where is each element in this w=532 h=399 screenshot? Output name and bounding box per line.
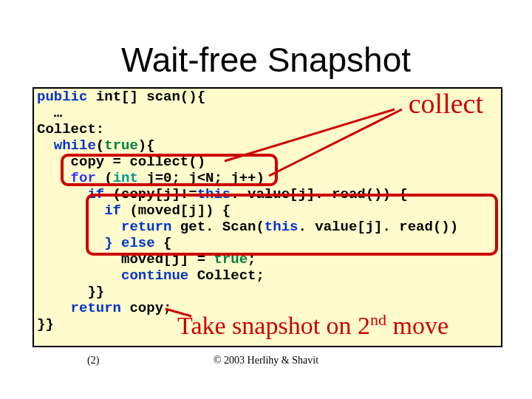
callout-collect: collect bbox=[409, 87, 483, 120]
kw-public: public bbox=[37, 89, 87, 105]
code-box: public int[] scan(){ … Collect: while(tr… bbox=[33, 87, 502, 347]
kw-int: int bbox=[113, 170, 138, 186]
kw-continue: continue bbox=[37, 267, 188, 284]
slide: Wait-free Snapshot public int[] scan(){ … bbox=[0, 0, 532, 399]
kw-this2: this bbox=[265, 219, 299, 235]
kw-true: true bbox=[104, 137, 138, 154]
kw-true2: true bbox=[214, 251, 248, 267]
copyright: © 2003 Herlihy & Shavit bbox=[0, 355, 532, 366]
kw-if2: if bbox=[37, 202, 121, 219]
kw-if: if bbox=[37, 186, 104, 202]
kw-return2: return bbox=[37, 300, 121, 316]
kw-return: return bbox=[37, 219, 171, 235]
kw-else: } else bbox=[37, 235, 155, 251]
callout-snapshot: Take snapshot on 2nd move bbox=[177, 312, 449, 340]
kw-while: while bbox=[37, 137, 96, 154]
slide-title: Wait-free Snapshot bbox=[0, 40, 532, 80]
kw-this: this bbox=[197, 186, 231, 202]
kw-for: for bbox=[37, 170, 96, 186]
code-listing: public int[] scan(){ … Collect: while(tr… bbox=[37, 89, 458, 332]
